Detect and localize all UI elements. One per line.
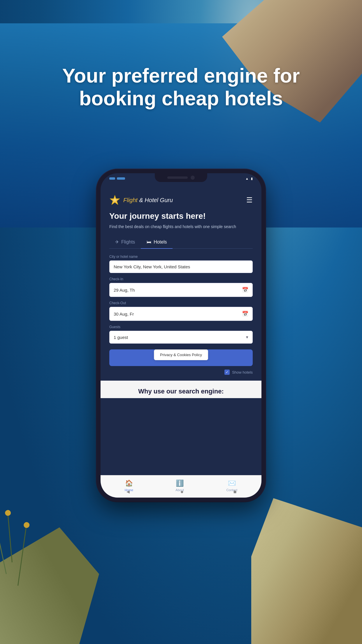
guests-label: Guests [109, 325, 253, 329]
journey-title: Your journey starts here! [109, 211, 253, 221]
home-button[interactable]: ● [180, 489, 184, 495]
guests-field-group: Guests 1 guest ▾ [109, 325, 253, 344]
phone-body: ▲ ▮ Flight & Hotel Guru [96, 169, 266, 502]
battery-icon: ▮ [251, 177, 253, 181]
svg-point-1 [113, 199, 116, 202]
hero-section: Your preferred engine for booking cheap … [0, 64, 362, 110]
checkin-label: Check-In [109, 277, 253, 281]
search-tabs: ✈ Flights 🛏 Hotels [109, 236, 253, 249]
signal-icon-2 [117, 177, 125, 180]
checkmark-icon: ✓ [226, 370, 229, 374]
checkout-calendar-icon: 📅 [242, 311, 248, 317]
wifi-icon: ▲ [245, 177, 249, 180]
checkout-field-group: Check-Out 30 Aug, Fr 📅 [109, 301, 253, 321]
logo-text: Flight & Hotel Guru [123, 197, 173, 204]
city-field-group: City or hotel name New York City, New Yo… [109, 255, 253, 273]
recent-button[interactable]: ■ [233, 489, 237, 495]
checkout-input[interactable]: 30 Aug, Fr 📅 [109, 307, 253, 321]
phone-screen: Flight & Hotel Guru ☰ Your journey start… [101, 173, 261, 498]
why-section: Why use our search engine: Privacy & Coo… [101, 381, 261, 398]
tab-hotels[interactable]: 🛏 Hotels [141, 236, 173, 248]
android-nav: ◄ ● ■ [101, 486, 261, 498]
logo-star-icon [109, 195, 120, 206]
checkin-input[interactable]: 29 Aug, Th 📅 [109, 283, 253, 297]
cookie-popup[interactable]: Privacy & Cookies Policy [154, 349, 208, 360]
journey-subtitle: Find the best deals on cheap flights and… [109, 224, 253, 230]
why-title: Why use our search engine: [109, 388, 253, 395]
back-button[interactable]: ◄ [125, 489, 131, 495]
notch-camera [191, 176, 195, 180]
checkin-calendar-icon: 📅 [242, 287, 248, 293]
tab-hotels-label: Hotels [154, 239, 167, 245]
checkin-value: 29 Aug, Th [114, 288, 135, 293]
app-header: Flight & Hotel Guru ☰ [101, 189, 261, 209]
guests-value: 1 guest [114, 335, 128, 340]
hotels-icon: 🛏 [147, 239, 151, 245]
phone-notch [155, 173, 207, 182]
city-label: City or hotel name [109, 255, 253, 259]
phone-mockup: ▲ ▮ Flight & Hotel Guru [96, 169, 266, 502]
menu-icon[interactable]: ☰ [246, 196, 253, 204]
logo-area: Flight & Hotel Guru [109, 195, 173, 206]
show-hotels-checkbox[interactable]: ✓ [224, 370, 230, 375]
chevron-down-icon: ▾ [246, 335, 248, 340]
checkout-value: 30 Aug, Fr [114, 312, 134, 316]
city-input[interactable]: New York City, New York, United States [109, 260, 253, 273]
hero-title: Your preferred engine for booking cheap … [23, 64, 339, 110]
city-value: New York City, New York, United States [114, 264, 190, 269]
status-left [109, 177, 125, 180]
cookie-popup-text: Privacy & Cookies Policy [160, 353, 202, 357]
tab-flights[interactable]: ✈ Flights [109, 236, 141, 248]
show-hotels-row: ✓ Show hotels [109, 370, 253, 375]
notch-speaker [167, 176, 188, 179]
tab-flights-label: Flights [121, 239, 135, 245]
show-hotels-label: Show hotels [232, 370, 253, 374]
signal-icon [109, 177, 115, 180]
checkout-label: Check-Out [109, 301, 253, 305]
status-right: ▲ ▮ [245, 177, 253, 181]
flights-icon: ✈ [115, 239, 119, 245]
guests-select[interactable]: 1 guest ▾ [109, 331, 253, 344]
checkin-field-group: Check-In 29 Aug, Th 📅 [109, 277, 253, 297]
app-content: Flight & Hotel Guru ☰ Your journey start… [101, 173, 261, 475]
